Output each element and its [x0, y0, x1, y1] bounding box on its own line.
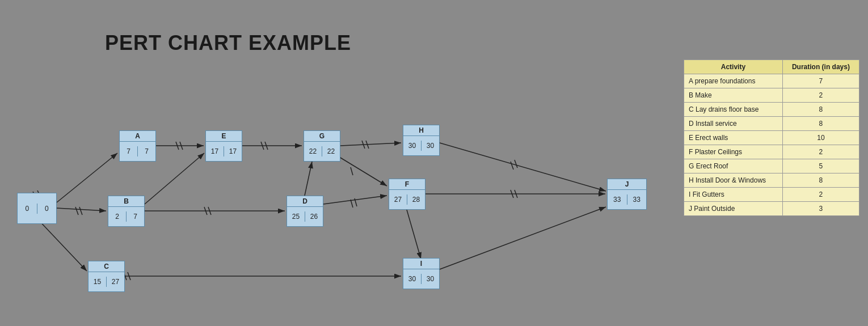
node-label-D: D — [287, 196, 323, 207]
table-cell-duration: 2 — [782, 188, 859, 202]
table-row: J Paint Outside3 — [684, 202, 859, 216]
node-val2-G: 22 — [322, 146, 340, 156]
node-label-B: B — [108, 196, 144, 207]
svg-line-29 — [208, 207, 211, 215]
node-val1-E: 17 — [206, 146, 224, 156]
table-row: F Plaster Ceilings2 — [684, 145, 859, 159]
table-row: A prepare foundations7 — [684, 74, 859, 88]
node-values-F: 2728 — [389, 190, 425, 209]
table-cell-activity: I Fit Gutters — [684, 188, 783, 202]
table-header-duration: Duration (in days) — [782, 60, 859, 74]
table-header-activity: Activity — [684, 60, 783, 74]
svg-line-19 — [180, 142, 183, 150]
node-val1-J: 33 — [608, 194, 627, 205]
svg-line-13 — [440, 143, 606, 191]
svg-line-24 — [511, 162, 513, 170]
node-values-I: 3030 — [403, 269, 439, 289]
svg-line-37 — [515, 190, 517, 198]
svg-line-28 — [204, 207, 207, 215]
svg-line-12 — [335, 154, 387, 186]
svg-line-10 — [305, 162, 312, 196]
table-row: E Erect walls10 — [684, 131, 859, 145]
table-cell-activity: G Erect Roof — [684, 159, 783, 173]
table-cell-duration: 8 — [782, 173, 859, 188]
table-cell-duration: 10 — [782, 131, 859, 145]
node-values-H: 3030 — [403, 136, 439, 155]
table-cell-activity: F Plaster Ceilings — [684, 145, 783, 159]
node-val1-C: 15 — [89, 277, 107, 287]
table-cell-activity: E Erect walls — [684, 131, 783, 145]
node-values-B: 27 — [108, 207, 144, 226]
node-values-start: 00 — [18, 193, 56, 223]
node-A: A77 — [119, 130, 156, 162]
node-start: 00 — [17, 193, 57, 224]
table-cell-duration: 2 — [782, 88, 859, 103]
table-row: C Lay drains floor base8 — [684, 103, 859, 117]
node-val2-H: 30 — [422, 141, 439, 151]
svg-line-26 — [75, 207, 78, 215]
node-label-E: E — [206, 131, 242, 142]
table-cell-duration: 8 — [782, 117, 859, 131]
table-row: B Make2 — [684, 88, 859, 103]
table-row: G Erect Roof5 — [684, 159, 859, 173]
node-val2-J: 33 — [627, 194, 647, 205]
node-D: D2526 — [286, 196, 323, 227]
node-val2-A: 7 — [138, 146, 155, 156]
table-cell-activity: C Lay drains floor base — [684, 103, 783, 117]
node-H: H3030 — [403, 125, 440, 156]
table-cell-activity: D Install service — [684, 117, 783, 131]
svg-line-3 — [57, 208, 106, 211]
svg-line-9 — [323, 196, 387, 204]
node-label-G: G — [304, 131, 340, 142]
node-label-A: A — [120, 131, 155, 142]
table-cell-duration: 8 — [782, 103, 859, 117]
svg-line-2 — [57, 153, 117, 202]
page-title: PERT CHART EXAMPLE — [105, 31, 351, 55]
table-cell-duration: 5 — [782, 159, 859, 173]
table-cell-duration: 7 — [782, 74, 859, 88]
activity-table: Activity Duration (in days) A prepare fo… — [684, 60, 859, 216]
svg-line-18 — [176, 142, 179, 150]
node-values-D: 2526 — [287, 207, 323, 226]
svg-line-27 — [79, 207, 82, 215]
svg-line-17 — [440, 207, 606, 269]
table-cell-activity: A prepare foundations — [684, 74, 783, 88]
table-cell-activity: B Make — [684, 88, 783, 103]
table-cell-activity: H Install Door & Windows — [684, 173, 783, 188]
svg-line-21 — [265, 142, 268, 150]
table-cell-activity: J Paint Outside — [684, 202, 783, 216]
node-label-I: I — [403, 259, 439, 269]
node-B: B27 — [108, 196, 145, 227]
node-values-A: 77 — [120, 142, 155, 161]
node-label-C: C — [89, 261, 124, 272]
node-I: I3030 — [403, 258, 440, 289]
node-val2-E: 17 — [224, 146, 242, 156]
node-val1-G: 22 — [304, 146, 322, 156]
node-val2-D: 26 — [305, 211, 323, 222]
node-val2-F: 28 — [407, 194, 425, 205]
node-val1-A: 7 — [120, 146, 138, 156]
svg-line-25 — [515, 160, 517, 168]
node-val1-start: 0 — [18, 204, 37, 214]
table-cell-duration: 3 — [782, 202, 859, 216]
svg-line-22 — [362, 141, 365, 149]
svg-line-30 — [351, 200, 353, 208]
svg-line-38 — [351, 167, 353, 175]
node-values-C: 1527 — [89, 272, 124, 291]
node-val1-I: 30 — [403, 274, 422, 284]
svg-line-11 — [340, 143, 401, 146]
table-row: D Install service8 — [684, 117, 859, 131]
node-values-G: 2222 — [304, 142, 340, 161]
node-val1-B: 2 — [108, 211, 127, 222]
node-val2-B: 7 — [127, 211, 144, 222]
node-G: G2222 — [304, 130, 340, 162]
table-row: I Fit Gutters2 — [684, 188, 859, 202]
node-val1-H: 30 — [403, 141, 422, 151]
node-E: E1717 — [205, 130, 242, 162]
table-row: H Install Door & Windows8 — [684, 173, 859, 188]
node-values-E: 1717 — [206, 142, 242, 161]
svg-line-15 — [407, 210, 421, 259]
svg-line-20 — [261, 142, 264, 150]
node-F: F2728 — [389, 179, 425, 210]
node-val1-D: 25 — [287, 211, 305, 222]
